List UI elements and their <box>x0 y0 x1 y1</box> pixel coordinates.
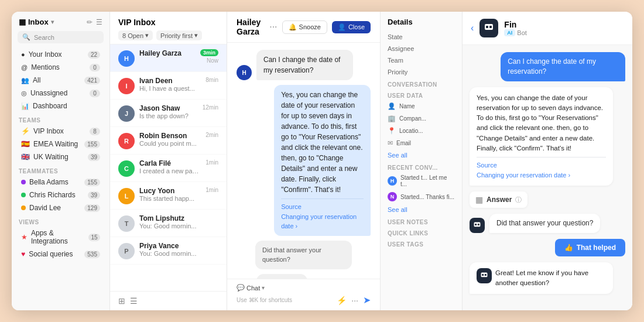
see-all-user-data[interactable]: See all <box>381 149 462 161</box>
snooze-btn[interactable]: 🔔 Snooze <box>282 20 327 34</box>
user-data-location: 📍 Locatio... <box>381 125 462 137</box>
fin-subtitle: AI Bot <box>504 29 527 36</box>
svg-rect-2 <box>489 26 492 28</box>
send-dots-icon[interactable]: ··· <box>351 296 358 305</box>
msg-bubble-bot-1: Yes, you can change the date of your res… <box>274 85 371 236</box>
sidebar-title: ▦ Inbox ▾ <box>19 18 54 26</box>
chat-area: Hailey Garza ··· 🔔 Snooze 👤 Close H Can … <box>227 12 381 310</box>
details-row-priority: Priority <box>381 66 462 78</box>
badge-all: 421 <box>84 77 100 84</box>
uk-flag-icon: 🇬🇧 <box>21 153 30 161</box>
sidebar-item-mentions[interactable]: @ Mentions 0 <box>14 61 107 74</box>
sidebar-item-uk[interactable]: 🇬🇧 UK Waiting 39 <box>14 150 107 163</box>
close-icon: 👤 <box>338 23 346 31</box>
sidebar-item-unassigned[interactable]: ◎ Unassigned 0 <box>14 87 107 100</box>
details-panel: Details State Assignee Team Priority CON… <box>381 12 463 310</box>
badge-emea: 155 <box>84 141 100 148</box>
recent-conv-1: H Started t... Let me t... <box>381 172 462 190</box>
location-icon: 📍 <box>388 127 396 135</box>
fin-question-row: Did that answer your question? <box>470 214 600 233</box>
fin-ai-badge: AI <box>504 29 515 36</box>
inbox-item-hailey[interactable]: H Hailey Garza 3min Now <box>110 44 227 72</box>
sidebar-item-label: Bella Adams <box>29 178 68 186</box>
bella-dot <box>21 180 26 184</box>
inbox-item-tom[interactable]: T Tom Lipshutz You: Good mornin... <box>110 210 227 237</box>
avatar-carla: C <box>118 160 135 177</box>
svg-rect-8 <box>485 274 487 276</box>
chat-footer-top: 💬 Chat ▾ <box>237 284 371 292</box>
fin-source-link[interactable]: SourceChanging your reservation date › <box>477 157 606 180</box>
inbox-list-header: VIP Inbox 8 Open ▾ Priority first ▾ <box>110 12 227 44</box>
snooze-icon: 🔔 <box>289 23 297 31</box>
inbox-item-jason[interactable]: J Jason Shaw Is the app down? 12min <box>110 100 227 127</box>
sidebar-item-chris[interactable]: Chris Richards 39 <box>14 189 107 201</box>
sidebar-item-label: Apps & Integrations <box>31 229 88 245</box>
chat-icon: 💬 <box>237 284 245 292</box>
filter-priority-btn[interactable]: Priority first ▾ <box>156 30 202 40</box>
fin-bot-avatar <box>470 218 485 233</box>
sidebar-item-label: EMEA Waiting <box>33 140 78 148</box>
inbox-item-robin[interactable]: R Robin Benson Could you point m... 2min <box>110 127 227 155</box>
fin-answer-label: Answer <box>487 196 512 204</box>
fin-bot-avatar-2 <box>477 268 492 283</box>
social-icon: ♥ <box>21 250 25 258</box>
chat-tab[interactable]: 💬 Chat ▾ <box>237 284 265 292</box>
fin-back-btn[interactable]: ‹ <box>471 23 474 33</box>
sidebar-item-your-inbox[interactable]: ● Your Inbox 22 <box>14 48 107 61</box>
sidebar-item-label: Chris Richards <box>29 191 76 199</box>
sidebar-item-label: David Lee <box>29 204 61 212</box>
svg-rect-5 <box>478 224 479 225</box>
sidebar-item-apps[interactable]: ★ Apps & Integrations 15 <box>14 227 107 248</box>
search-icon: 🔍 <box>22 33 30 41</box>
see-all-recent-conv[interactable]: See all <box>381 204 462 215</box>
all-icon: 👥 <box>21 77 29 84</box>
person-icon: 👤 <box>388 102 396 110</box>
compose-icon[interactable]: ✏ <box>87 18 93 26</box>
sidebar-item-all[interactable]: 👥 All 421 <box>14 74 107 87</box>
chat-header: Hailey Garza ··· 🔔 Snooze 👤 Close <box>227 12 380 43</box>
badge-uk: 39 <box>88 153 100 161</box>
badge-unassigned: 0 <box>90 90 100 97</box>
center-question-row: Did that answer your question? <box>237 241 371 269</box>
more-options-btn[interactable]: ··· <box>269 22 277 32</box>
sidebar-item-david[interactable]: David Lee 129 <box>14 201 107 214</box>
grid-icon[interactable]: ⊞ <box>118 296 125 306</box>
fin-question-bubble: Did that answer your question? <box>489 214 600 233</box>
avatar-robin: R <box>118 133 135 149</box>
close-btn[interactable]: 👤 Close <box>332 21 371 33</box>
list-icon[interactable]: ☰ <box>96 18 102 26</box>
inbox-item-ivan[interactable]: I Ivan Deen Hi, I have a quest... 8min <box>110 72 227 100</box>
sidebar-search[interactable]: 🔍 Search <box>18 31 104 43</box>
search-placeholder: Search <box>34 34 54 41</box>
lightning-icon[interactable]: ⚡ <box>337 296 347 305</box>
sidebar-item-social[interactable]: ♥ Social queries 535 <box>14 248 107 261</box>
list-view-icon[interactable]: ☰ <box>130 296 138 306</box>
fin-logo <box>479 19 498 37</box>
thumbs-up-icon: 👍 <box>564 244 573 252</box>
chat-footer: 💬 Chat ▾ Use ⌘K for shortcuts ⚡ ··· ➤ <box>227 279 380 310</box>
source-link[interactable]: SourceChanging your reservation date › <box>281 198 364 231</box>
inbox-item-lucy[interactable]: L Lucy Yoon This started happ... 1min <box>110 182 227 210</box>
views-section-label: VIEWS <box>12 214 109 227</box>
sidebar-item-dashboard[interactable]: 📊 Dashboard <box>14 100 107 112</box>
user-data-email: ✉ Email <box>381 137 462 149</box>
sidebar-item-vip-inbox[interactable]: ⚡ VIP Inbox 8 <box>14 125 107 138</box>
teams-section-label: TEAMS <box>12 112 109 125</box>
dashboard-icon: 📊 <box>21 102 29 110</box>
sidebar-item-emea[interactable]: 🇪🇸 EMEA Waiting 155 <box>14 138 107 150</box>
details-row-team: Team <box>381 54 462 66</box>
fin-messages: Can I change the date of my reservation?… <box>463 45 632 310</box>
chevron-down-icon: ▾ <box>194 32 198 39</box>
fin-header: ‹ Fin AI Bot <box>463 12 632 45</box>
inbox-item-priya[interactable]: P Priya Vance You: Good mornin... <box>110 237 227 265</box>
fin-answer-block[interactable]: ▦ Answer ⓘ <box>470 191 527 208</box>
recent-conv-2: N Started... Thanks fi... <box>381 190 462 204</box>
chevron-down-icon: ▾ <box>145 32 149 39</box>
filter-open-btn[interactable]: 8 Open ▾ <box>118 30 153 40</box>
fin-panel: ‹ Fin AI Bot Can I change the date of my… <box>463 12 632 310</box>
inbox-item-carla[interactable]: C Carla Filé I created a new page... 1mi… <box>110 155 227 182</box>
msg-center: Did that answer your question? <box>255 241 352 269</box>
send-icon[interactable]: ➤ <box>363 294 371 306</box>
sidebar-item-bella[interactable]: Bella Adams 155 <box>14 176 107 189</box>
fin-that-helped-btn[interactable]: 👍 That helped <box>555 239 625 256</box>
